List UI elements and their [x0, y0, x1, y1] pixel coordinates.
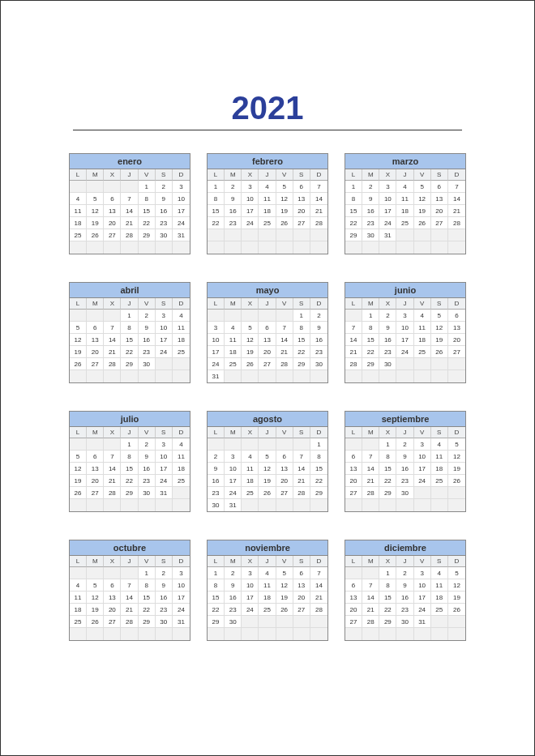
day-of-week-label: V — [139, 298, 156, 310]
day-cell-empty — [104, 241, 121, 254]
day-cell: 27 — [293, 217, 310, 229]
day-of-week-label: X — [242, 556, 259, 567]
day-of-week-row: LMXJVSD — [70, 298, 190, 310]
day-cell: 6 — [448, 310, 465, 322]
day-cell: 13 — [104, 592, 121, 604]
day-cell-empty — [156, 628, 173, 640]
day-cell: 12 — [448, 451, 465, 463]
day-cell: 27 — [448, 346, 465, 358]
day-of-week-label: D — [310, 169, 327, 181]
day-of-week-label: M — [87, 427, 104, 438]
day-cell: 21 — [345, 346, 362, 358]
day-cell: 19 — [259, 475, 276, 487]
day-cell: 21 — [121, 604, 138, 616]
month-name: marzo — [345, 154, 465, 169]
day-cell: 19 — [70, 475, 87, 487]
day-cell: 11 — [70, 592, 87, 604]
day-cell: 5 — [70, 451, 87, 463]
month-octubre: octubreLMXJVSD12345678910111213141516171… — [69, 540, 190, 641]
month-febrero: febreroLMXJVSD12345678910111213141516171… — [207, 153, 328, 254]
day-cell-empty — [396, 229, 413, 241]
day-cell: 5 — [448, 438, 465, 451]
day-of-week-label: J — [259, 427, 276, 438]
day-cell: 10 — [208, 334, 225, 346]
day-cell: 19 — [276, 205, 293, 217]
day-cell-empty — [310, 229, 327, 241]
day-of-week-label: S — [293, 556, 310, 567]
day-cell: 11 — [70, 205, 87, 217]
week-row: 262728293031 — [70, 487, 190, 499]
week-row: 282930 — [345, 358, 465, 370]
day-of-week-label: V — [414, 556, 431, 567]
day-cell-empty — [448, 499, 465, 511]
day-cell-empty — [139, 499, 156, 511]
day-cell-empty — [362, 567, 379, 579]
day-cell: 4 — [431, 567, 448, 579]
day-cell: 10 — [414, 451, 431, 463]
day-cell: 11 — [431, 451, 448, 463]
day-cell: 15 — [362, 334, 379, 346]
day-of-week-row: LMXJVSD — [345, 556, 465, 567]
day-cell-empty — [121, 567, 138, 579]
week-row: 1234 — [70, 438, 190, 451]
day-cell: 17 — [156, 463, 173, 475]
day-of-week-label: J — [259, 556, 276, 567]
day-cell: 30 — [156, 616, 173, 628]
day-cell: 4 — [259, 181, 276, 193]
day-cell: 24 — [396, 346, 413, 358]
day-cell: 16 — [396, 592, 413, 604]
day-cell: 20 — [104, 217, 121, 229]
day-of-week-row: LMXJVSD — [208, 556, 327, 567]
day-of-week-label: M — [87, 556, 104, 567]
week-row: 31 — [208, 370, 327, 382]
day-cell: 24 — [414, 475, 431, 487]
day-cell: 22 — [345, 217, 362, 229]
day-cell: 14 — [362, 463, 379, 475]
day-cell: 13 — [345, 592, 362, 604]
month-name: agosto — [208, 412, 327, 427]
day-cell: 26 — [276, 604, 293, 616]
day-cell: 2 — [396, 438, 413, 451]
day-cell: 16 — [139, 334, 156, 346]
week-row: 18192021222324 — [70, 604, 190, 616]
day-cell: 16 — [362, 205, 379, 217]
day-cell: 23 — [156, 604, 173, 616]
day-cell: 17 — [242, 592, 259, 604]
day-cell-empty — [396, 370, 413, 382]
day-cell-empty — [242, 370, 259, 382]
day-cell: 25 — [396, 217, 413, 229]
day-cell: 20 — [276, 475, 293, 487]
day-cell: 14 — [448, 193, 465, 205]
day-of-week-label: M — [87, 298, 104, 310]
day-cell-empty — [293, 241, 310, 254]
day-cell: 23 — [139, 475, 156, 487]
day-cell: 19 — [448, 463, 465, 475]
day-cell: 16 — [225, 205, 242, 217]
day-cell: 10 — [156, 451, 173, 463]
day-cell-empty — [121, 181, 138, 193]
day-cell-empty — [208, 628, 225, 640]
day-cell: 20 — [293, 592, 310, 604]
day-cell: 27 — [104, 229, 121, 241]
day-cell-empty — [156, 370, 173, 382]
day-cell: 5 — [70, 322, 87, 334]
day-cell: 20 — [448, 334, 465, 346]
week-row: 25262728293031 — [70, 229, 190, 241]
day-of-week-label: X — [104, 556, 121, 567]
week-row: 891011121314 — [208, 579, 327, 592]
week-row: 17181920212223 — [208, 346, 327, 358]
day-cell-empty — [70, 181, 87, 193]
day-cell: 23 — [208, 487, 225, 499]
day-cell: 9 — [396, 451, 413, 463]
week-row: 45678910 — [70, 579, 190, 592]
day-cell: 17 — [173, 205, 190, 217]
day-cell: 4 — [225, 322, 242, 334]
day-cell: 3 — [414, 438, 431, 451]
day-cell: 24 — [379, 217, 396, 229]
day-of-week-row: LMXJVSD — [345, 169, 465, 181]
week-row: 19202122232425 — [70, 475, 190, 487]
day-cell: 6 — [345, 451, 362, 463]
day-cell: 18 — [70, 217, 87, 229]
day-cell: 25 — [225, 358, 242, 370]
day-cell: 22 — [139, 604, 156, 616]
